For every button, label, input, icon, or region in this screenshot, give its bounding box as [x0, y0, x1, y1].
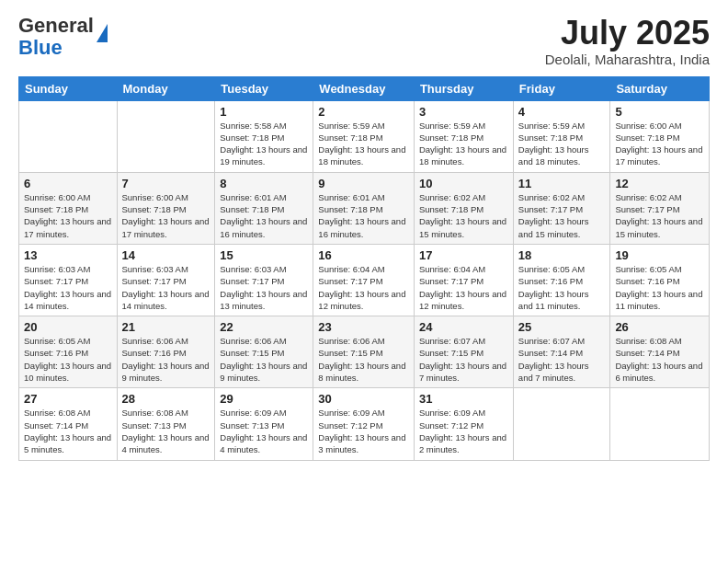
table-row: 16Sunrise: 6:04 AM Sunset: 7:17 PM Dayli…: [313, 244, 415, 316]
calendar-week-row: 1Sunrise: 5:58 AM Sunset: 7:18 PM Daylig…: [19, 100, 710, 172]
day-info: Sunrise: 6:00 AM Sunset: 7:18 PM Dayligh…: [615, 120, 704, 168]
table-row: 31Sunrise: 6:09 AM Sunset: 7:12 PM Dayli…: [414, 388, 513, 460]
table-row: [610, 388, 710, 460]
day-info: Sunrise: 6:03 AM Sunset: 7:17 PM Dayligh…: [24, 263, 112, 312]
table-row: 7Sunrise: 6:00 AM Sunset: 7:18 PM Daylig…: [117, 172, 215, 244]
day-number: 1: [220, 105, 308, 119]
day-info: Sunrise: 6:00 AM Sunset: 7:18 PM Dayligh…: [24, 191, 112, 240]
table-row: 18Sunrise: 6:05 AM Sunset: 7:16 PM Dayli…: [513, 244, 610, 316]
day-number: 7: [122, 177, 210, 190]
day-number: 5: [615, 105, 704, 119]
day-info: Sunrise: 6:03 AM Sunset: 7:17 PM Dayligh…: [122, 263, 210, 312]
calendar-week-row: 20Sunrise: 6:05 AM Sunset: 7:16 PM Dayli…: [19, 316, 710, 388]
table-row: [117, 100, 215, 172]
calendar-header-row: Sunday Monday Tuesday Wednesday Thursday…: [19, 76, 710, 100]
day-number: 18: [518, 248, 606, 262]
day-number: 13: [24, 248, 112, 262]
table-row: 1Sunrise: 5:58 AM Sunset: 7:18 PM Daylig…: [215, 100, 313, 172]
month-title: July 2025: [545, 15, 710, 52]
day-number: 23: [318, 320, 409, 334]
day-info: Sunrise: 6:03 AM Sunset: 7:17 PM Dayligh…: [220, 263, 308, 312]
col-wednesday: Wednesday: [313, 76, 415, 100]
day-number: 12: [615, 177, 704, 190]
day-info: Sunrise: 6:05 AM Sunset: 7:16 PM Dayligh…: [24, 335, 112, 384]
logo-text: General Blue: [18, 15, 108, 59]
table-row: 5Sunrise: 6:00 AM Sunset: 7:18 PM Daylig…: [610, 100, 710, 172]
day-number: 22: [220, 320, 308, 334]
day-number: 9: [318, 177, 409, 190]
table-row: 17Sunrise: 6:04 AM Sunset: 7:17 PM Dayli…: [414, 244, 513, 316]
table-row: 12Sunrise: 6:02 AM Sunset: 7:17 PM Dayli…: [610, 172, 710, 244]
day-number: 21: [122, 320, 210, 334]
col-friday: Friday: [513, 76, 610, 100]
col-monday: Monday: [117, 76, 215, 100]
table-row: 8Sunrise: 6:01 AM Sunset: 7:18 PM Daylig…: [215, 172, 313, 244]
table-row: 19Sunrise: 6:05 AM Sunset: 7:16 PM Dayli…: [610, 244, 710, 316]
day-info: Sunrise: 6:06 AM Sunset: 7:16 PM Dayligh…: [122, 335, 210, 384]
table-row: 2Sunrise: 5:59 AM Sunset: 7:18 PM Daylig…: [313, 100, 415, 172]
day-number: 2: [318, 105, 409, 119]
table-row: 30Sunrise: 6:09 AM Sunset: 7:12 PM Dayli…: [313, 388, 415, 460]
day-number: 25: [518, 320, 606, 334]
day-info: Sunrise: 6:02 AM Sunset: 7:18 PM Dayligh…: [419, 191, 508, 240]
table-row: 27Sunrise: 6:08 AM Sunset: 7:14 PM Dayli…: [19, 388, 118, 460]
logo-general: General: [18, 14, 94, 37]
day-info: Sunrise: 6:05 AM Sunset: 7:16 PM Dayligh…: [518, 263, 606, 312]
table-row: 9Sunrise: 6:01 AM Sunset: 7:18 PM Daylig…: [313, 172, 415, 244]
calendar-page: General Blue July 2025 Deolali, Maharash…: [0, 0, 728, 563]
logo: General Blue: [18, 15, 108, 59]
day-info: Sunrise: 6:02 AM Sunset: 7:17 PM Dayligh…: [518, 191, 606, 240]
day-number: 29: [220, 392, 308, 406]
calendar-table: Sunday Monday Tuesday Wednesday Thursday…: [18, 76, 710, 461]
title-block: July 2025 Deolali, Maharashtra, India: [545, 15, 710, 67]
day-number: 17: [419, 248, 508, 262]
day-info: Sunrise: 6:09 AM Sunset: 7:13 PM Dayligh…: [220, 407, 308, 455]
col-sunday: Sunday: [19, 76, 118, 100]
day-number: 6: [24, 177, 112, 190]
day-number: 27: [24, 392, 112, 406]
table-row: 28Sunrise: 6:08 AM Sunset: 7:13 PM Dayli…: [117, 388, 215, 460]
location: Deolali, Maharashtra, India: [545, 52, 710, 67]
day-info: Sunrise: 6:08 AM Sunset: 7:14 PM Dayligh…: [615, 335, 704, 384]
col-saturday: Saturday: [610, 76, 710, 100]
table-row: 21Sunrise: 6:06 AM Sunset: 7:16 PM Dayli…: [117, 316, 215, 388]
day-info: Sunrise: 6:06 AM Sunset: 7:15 PM Dayligh…: [220, 335, 308, 384]
day-number: 14: [122, 248, 210, 262]
table-row: [19, 100, 118, 172]
day-info: Sunrise: 6:00 AM Sunset: 7:18 PM Dayligh…: [122, 191, 210, 240]
day-info: Sunrise: 6:05 AM Sunset: 7:16 PM Dayligh…: [615, 263, 704, 312]
table-row: 25Sunrise: 6:07 AM Sunset: 7:14 PM Dayli…: [513, 316, 610, 388]
day-number: 15: [220, 248, 308, 262]
table-row: 22Sunrise: 6:06 AM Sunset: 7:15 PM Dayli…: [215, 316, 313, 388]
calendar-week-row: 27Sunrise: 6:08 AM Sunset: 7:14 PM Dayli…: [19, 388, 710, 460]
day-info: Sunrise: 6:01 AM Sunset: 7:18 PM Dayligh…: [220, 191, 308, 240]
day-number: 11: [518, 177, 606, 190]
table-row: 20Sunrise: 6:05 AM Sunset: 7:16 PM Dayli…: [19, 316, 118, 388]
day-number: 4: [518, 105, 606, 119]
table-row: 15Sunrise: 6:03 AM Sunset: 7:17 PM Dayli…: [215, 244, 313, 316]
day-number: 30: [318, 392, 409, 406]
header: General Blue July 2025 Deolali, Maharash…: [18, 15, 710, 67]
day-number: 3: [419, 105, 508, 119]
day-info: Sunrise: 5:59 AM Sunset: 7:18 PM Dayligh…: [518, 120, 606, 168]
table-row: 23Sunrise: 6:06 AM Sunset: 7:15 PM Dayli…: [313, 316, 415, 388]
table-row: 6Sunrise: 6:00 AM Sunset: 7:18 PM Daylig…: [19, 172, 118, 244]
day-info: Sunrise: 6:07 AM Sunset: 7:15 PM Dayligh…: [419, 335, 508, 384]
table-row: 13Sunrise: 6:03 AM Sunset: 7:17 PM Dayli…: [19, 244, 118, 316]
table-row: 24Sunrise: 6:07 AM Sunset: 7:15 PM Dayli…: [414, 316, 513, 388]
calendar-week-row: 6Sunrise: 6:00 AM Sunset: 7:18 PM Daylig…: [19, 172, 710, 244]
day-info: Sunrise: 6:08 AM Sunset: 7:14 PM Dayligh…: [24, 407, 112, 455]
table-row: 29Sunrise: 6:09 AM Sunset: 7:13 PM Dayli…: [215, 388, 313, 460]
col-tuesday: Tuesday: [215, 76, 313, 100]
day-number: 28: [122, 392, 210, 406]
day-info: Sunrise: 6:04 AM Sunset: 7:17 PM Dayligh…: [419, 263, 508, 312]
day-info: Sunrise: 6:04 AM Sunset: 7:17 PM Dayligh…: [318, 263, 409, 312]
logo-blue: Blue: [18, 36, 63, 59]
table-row: 11Sunrise: 6:02 AM Sunset: 7:17 PM Dayli…: [513, 172, 610, 244]
calendar-week-row: 13Sunrise: 6:03 AM Sunset: 7:17 PM Dayli…: [19, 244, 710, 316]
day-number: 10: [419, 177, 508, 190]
day-number: 31: [419, 392, 508, 406]
table-row: 4Sunrise: 5:59 AM Sunset: 7:18 PM Daylig…: [513, 100, 610, 172]
day-info: Sunrise: 6:08 AM Sunset: 7:13 PM Dayligh…: [122, 407, 210, 455]
day-info: Sunrise: 6:01 AM Sunset: 7:18 PM Dayligh…: [318, 191, 409, 240]
